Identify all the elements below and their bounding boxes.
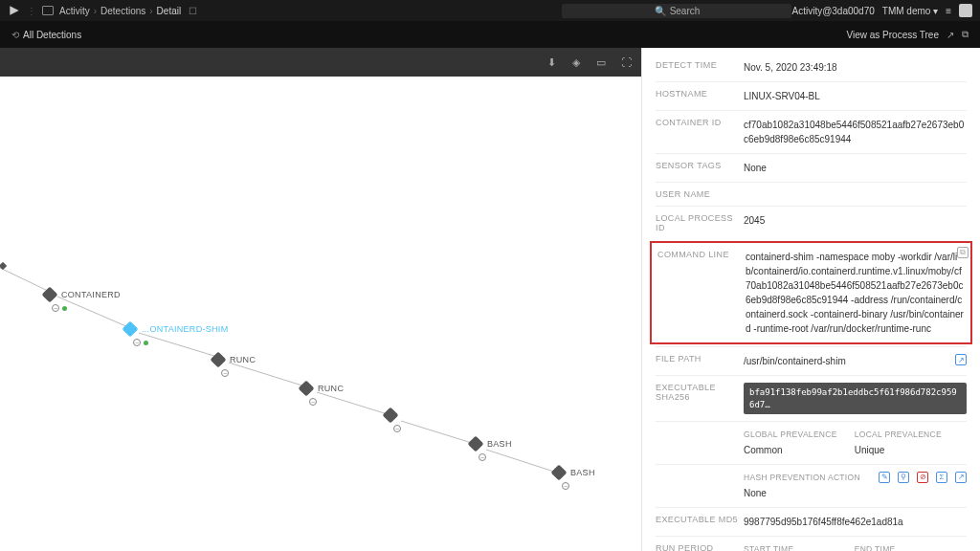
- process-node-status[interactable]: −: [309, 398, 317, 406]
- layers-icon[interactable]: ◈: [568, 55, 584, 70]
- detail-value: cf70ab1082a31048be5446f508521aafb27e2673…: [744, 118, 967, 146]
- header-divider: ⋮: [27, 6, 36, 16]
- breadcrumb: Activity › Detections › Detail ☐: [59, 6, 197, 16]
- process-node-bash-1[interactable]: BASH: [470, 438, 512, 450]
- collapse-icon[interactable]: −: [52, 304, 59, 312]
- start-time-block: START TIME Nov. 5, 2020 23:49:12: [744, 543, 837, 551]
- process-node-label: BASH: [487, 439, 512, 449]
- process-node-status[interactable]: −: [393, 425, 401, 432]
- external-link-icon[interactable]: ↗: [947, 30, 954, 40]
- process-node-unlabeled-1[interactable]: [385, 409, 396, 421]
- process-node-label: RUNC: [318, 384, 344, 393]
- action-icon-3[interactable]: ⊘: [917, 472, 928, 483]
- collapse-icon[interactable]: −: [309, 398, 317, 406]
- detail-row-detect-time: DETECT TIME Nov. 5, 2020 23:49:18: [656, 54, 967, 81]
- collapse-icon[interactable]: −: [393, 425, 401, 432]
- collapse-icon[interactable]: −: [221, 369, 229, 377]
- collapse-icon[interactable]: −: [133, 339, 141, 346]
- app-header: ⋮ Activity › Detections › Detail ☐ 🔍 Sea…: [0, 0, 980, 21]
- breadcrumb-sep-icon: ›: [149, 6, 152, 16]
- process-node-bash-2[interactable]: BASH: [553, 467, 595, 478]
- svg-line-1: [57, 297, 128, 327]
- detail-value: /usr/bin/containerd-shim: [744, 354, 949, 368]
- process-node-runc-1[interactable]: RUNC: [212, 354, 256, 365]
- collapse-icon[interactable]: −: [562, 482, 569, 490]
- svg-line-2: [139, 333, 217, 357]
- detail-row-prevalence: GLOBAL PREVALENCE Common LOCAL PREVALENC…: [656, 421, 967, 464]
- falcon-logo: [8, 4, 21, 17]
- action-icon-2[interactable]: ⚲: [898, 472, 909, 483]
- process-node-status[interactable]: −: [133, 339, 148, 346]
- detail-row-user-name: USER NAME: [656, 182, 967, 206]
- fullscreen-icon[interactable]: ⛶: [618, 55, 634, 70]
- header-module-icon: [42, 6, 54, 15]
- process-node-status[interactable]: −: [479, 453, 486, 461]
- expand-icon[interactable]: ▭: [593, 55, 609, 70]
- detail-label: RUN PERIOD: [656, 543, 738, 551]
- process-node-status[interactable]: −: [52, 304, 67, 312]
- hexagon-icon: [468, 436, 484, 452]
- process-node-runc-2[interactable]: RUNC: [301, 383, 344, 394]
- detail-value: [744, 189, 967, 199]
- process-tree-canvas[interactable]: CONTAINERD − ...ONTAINERD-SHIM − RUNC − …: [0, 77, 641, 551]
- collapse-icon[interactable]: −: [479, 453, 486, 461]
- hexagon-icon: [0, 262, 7, 270]
- detail-row-run-period: RUN PERIOD START TIME Nov. 5, 2020 23:49…: [656, 536, 967, 551]
- process-node-containerd-shim[interactable]: ...ONTAINERD-SHIM: [124, 323, 228, 335]
- detail-row-command-line-highlight: COMMAND LINE containerd-shim -namespace …: [650, 241, 972, 344]
- svg-line-0: [0, 268, 50, 292]
- detail-value: None: [744, 161, 967, 175]
- detail-row-hostname: HOSTNAME LINUX-SRV04-BL: [656, 81, 967, 110]
- status-dot-icon: [62, 306, 67, 311]
- detail-row-hash-prevention: HASH PREVENTION ACTION None ✎ ⚲ ⊘ Σ ↗: [656, 464, 967, 507]
- detail-label: CONTAINER ID: [656, 118, 738, 146]
- svg-line-5: [401, 421, 475, 444]
- breadcrumb-detections[interactable]: Detections: [100, 6, 145, 16]
- detail-value: 9987795d95b176f45ff8fe462e1ad81a: [744, 515, 967, 529]
- global-prevalence-block: GLOBAL PREVALENCE Common: [744, 429, 837, 457]
- avatar[interactable]: [959, 4, 972, 17]
- detail-row-exec-sha256: EXECUTABLE SHA256 bfa91f138feb99af2b1edd…: [656, 375, 967, 421]
- process-node-status[interactable]: −: [221, 369, 229, 377]
- detail-row-local-pid: LOCAL PROCESS ID 2045: [656, 206, 967, 239]
- detail-value: Nov. 5, 2020 23:49:18: [744, 60, 967, 75]
- hexagon-icon: [551, 465, 568, 481]
- download-icon[interactable]: ⬇: [544, 55, 559, 70]
- breadcrumb-sep-icon: ›: [94, 6, 97, 16]
- process-node-containerd[interactable]: CONTAINERD: [44, 289, 121, 300]
- process-node-label: ...ONTAINERD-SHIM: [142, 324, 228, 334]
- graph-edges: [0, 77, 641, 551]
- detail-label: DETECT TIME: [656, 60, 738, 75]
- copy-icon[interactable]: ⧉: [957, 247, 969, 258]
- detail-label: LOCAL PROCESS ID: [656, 213, 738, 232]
- hash-prevention-block: HASH PREVENTION ACTION None: [744, 472, 879, 500]
- view-process-tree-link[interactable]: View as Process Tree: [846, 30, 939, 40]
- process-node-status[interactable]: −: [562, 482, 569, 490]
- hexagon-icon: [42, 287, 58, 303]
- detail-label: EXECUTABLE MD5: [656, 515, 738, 529]
- external-link-icon[interactable]: ↗: [955, 354, 967, 365]
- detail-label: COMMAND LINE: [657, 250, 740, 336]
- svg-line-4: [317, 392, 390, 415]
- copy-icon[interactable]: ⧉: [962, 29, 969, 40]
- hexagon-icon: [211, 352, 227, 368]
- detail-value: LINUX-SRV04-BL: [744, 89, 967, 103]
- bookmark-icon[interactable]: ☐: [189, 6, 197, 16]
- action-icon-1[interactable]: ✎: [879, 472, 890, 483]
- all-detections-link[interactable]: All Detections: [23, 30, 81, 40]
- detail-value: 2045: [744, 213, 967, 232]
- sha256-hash: bfa91f138feb99af2b1eddbc5f61f986d782c959…: [744, 383, 967, 414]
- search-input[interactable]: 🔍 Search: [562, 4, 791, 18]
- breadcrumb-activity[interactable]: Activity: [59, 6, 90, 16]
- details-panel: DETECT TIME Nov. 5, 2020 23:49:18 HOSTNA…: [641, 48, 980, 551]
- header-icon-1[interactable]: ≡: [946, 6, 951, 16]
- process-node-label: RUNC: [230, 355, 256, 364]
- detail-label: USER NAME: [656, 189, 738, 199]
- account-label: Activity@3da00d70: [791, 6, 874, 16]
- detail-label: FILE PATH: [656, 354, 738, 368]
- action-icon-4[interactable]: Σ: [936, 472, 947, 483]
- process-node-root[interactable]: [0, 263, 6, 269]
- back-icon[interactable]: ⟲: [11, 30, 19, 40]
- demo-dropdown[interactable]: TMM demo ▾: [882, 6, 938, 16]
- action-icon-5[interactable]: ↗: [955, 472, 967, 483]
